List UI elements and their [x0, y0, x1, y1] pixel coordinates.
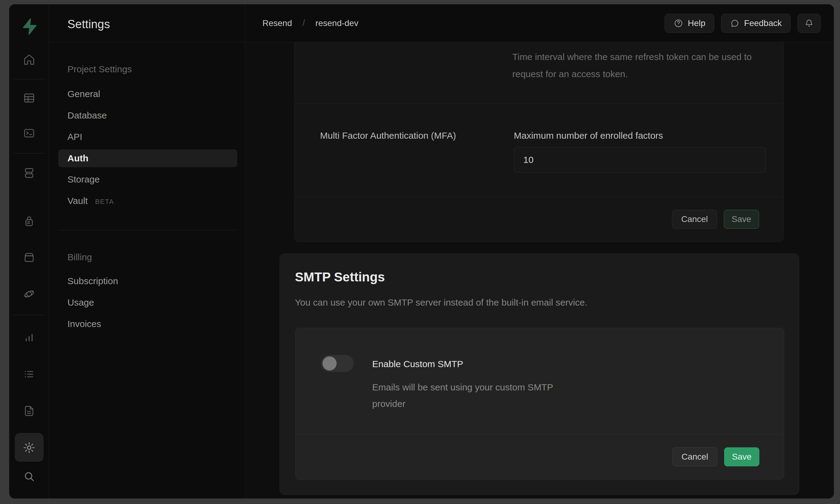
main-content: Time interval where the same refresh tok… — [245, 42, 834, 499]
help-button[interactable]: Help — [665, 14, 714, 33]
sidebar-item-invoices[interactable]: Invoices — [67, 319, 101, 329]
settings-sidebar: Settings Project Settings General Databa… — [49, 4, 245, 499]
sidebar-divider — [14, 315, 45, 315]
header-actions: Help Feedback — [665, 14, 821, 33]
save-button[interactable]: Save — [724, 447, 759, 466]
sidebar-item-subscription[interactable]: Subscription — [67, 276, 118, 286]
sidebar-item-auth[interactable]: Auth — [67, 154, 88, 163]
gear-icon[interactable] — [23, 441, 36, 454]
feedback-button[interactable]: Feedback — [721, 14, 791, 33]
chat-bubble-icon — [730, 18, 740, 28]
help-label: Help — [688, 18, 705, 28]
smtp-title: SMTP Settings — [295, 270, 385, 285]
max-factors-input[interactable] — [514, 147, 766, 173]
smtp-settings-card: SMTP Settings You can use your own SMTP … — [279, 254, 799, 495]
notifications-button[interactable] — [798, 14, 821, 33]
smtp-description: You can use your own SMTP server instead… — [295, 297, 587, 308]
sidebar-divider — [14, 153, 45, 154]
toggle-knob — [323, 356, 337, 371]
table-editor-icon[interactable] — [23, 92, 36, 104]
help-circle-icon — [673, 18, 683, 28]
sidebar-item-usage[interactable]: Usage — [67, 298, 94, 307]
breadcrumb: Resend / resend-dev — [262, 4, 358, 42]
authentication-icon[interactable] — [23, 215, 36, 228]
sidebar-item-vault[interactable]: VaultBETA — [67, 196, 114, 207]
sidebar-item-database[interactable]: Database — [67, 110, 107, 120]
feedback-label: Feedback — [744, 18, 782, 28]
mfa-section-label: Multi Factor Authentication (MFA) — [320, 130, 456, 141]
supabase-logo-icon[interactable] — [19, 17, 39, 36]
nav-divider — [58, 230, 236, 230]
enable-custom-smtp-toggle[interactable] — [321, 355, 354, 372]
max-factors-label: Maximum number of enrolled factors — [514, 130, 663, 141]
nav-section-project-settings: Project Settings — [67, 64, 132, 74]
api-docs-icon[interactable] — [23, 404, 36, 417]
sql-editor-icon[interactable] — [23, 127, 36, 140]
sidebar-item-api[interactable]: API — [67, 132, 82, 142]
nav-section-billing: Billing — [67, 252, 92, 262]
storage-icon[interactable] — [23, 251, 36, 264]
auth-settings-card: Time interval where the same refresh tok… — [294, 42, 784, 242]
card-row-divider — [295, 104, 784, 104]
cancel-button[interactable]: Cancel — [672, 447, 717, 466]
smtp-form-panel: Enable Custom SMTP Emails will be sent u… — [295, 328, 784, 480]
cancel-button[interactable]: Cancel — [672, 210, 717, 229]
home-icon[interactable] — [23, 53, 36, 66]
reports-icon[interactable] — [23, 330, 36, 343]
database-icon[interactable] — [23, 166, 36, 179]
beta-badge: BETA — [95, 198, 114, 205]
icon-sidebar — [9, 4, 49, 499]
search-icon[interactable] — [23, 470, 36, 483]
logs-icon[interactable] — [23, 368, 36, 381]
edge-functions-icon[interactable] — [23, 288, 36, 300]
screenshot-stage: Settings Project Settings General Databa… — [0, 0, 840, 504]
toggle-label: Enable Custom SMTP — [372, 359, 463, 369]
sidebar-divider — [14, 79, 45, 79]
breadcrumb-project[interactable]: resend-dev — [315, 18, 358, 28]
toggle-description: Emails will be sent using your custom SM… — [372, 379, 581, 412]
breadcrumb-separator: / — [303, 18, 305, 28]
sidebar-item-storage[interactable]: Storage — [67, 175, 100, 184]
auth-card-footer: Cancel Save — [295, 197, 784, 241]
bell-icon — [804, 18, 814, 28]
top-header: Resend / resend-dev Help Feedback — [49, 4, 834, 42]
app-window: Settings Project Settings General Databa… — [9, 4, 834, 499]
smtp-card-footer: Cancel Save — [295, 434, 784, 479]
sidebar-item-label: Vault — [67, 196, 88, 206]
save-button[interactable]: Save — [724, 210, 759, 229]
refresh-token-description: Time interval where the same refresh tok… — [512, 48, 764, 83]
breadcrumb-org[interactable]: Resend — [262, 18, 292, 28]
sidebar-item-general[interactable]: General — [67, 89, 100, 99]
